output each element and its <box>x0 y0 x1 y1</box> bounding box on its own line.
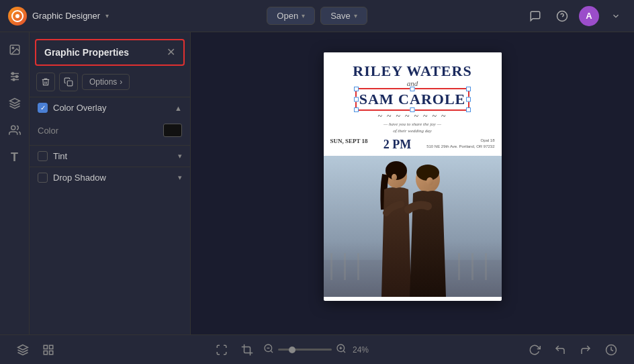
canvas-area: RILEY WATERS and SAM CAROLE <box>191 32 634 334</box>
tint-chevron: ▾ <box>178 152 182 161</box>
tint-label: Tint <box>53 151 67 161</box>
tint-checkbox[interactable] <box>38 151 48 161</box>
svg-rect-30 <box>44 345 47 349</box>
drop-shadow-checkbox[interactable] <box>38 173 48 183</box>
decorative-line: ~ ~ ~ ~ ~ ~ ~ ~ <box>333 111 492 122</box>
bottom-center: 24% <box>212 340 371 359</box>
history-bottom-icon[interactable] <box>602 340 621 359</box>
card-address: Opal 18 510 NE 29th Ave. Portland, OR 97… <box>426 138 494 150</box>
topbar-left: Graphic Designer ▾ <box>8 7 109 26</box>
zoom-track[interactable] <box>278 349 332 351</box>
svg-point-9 <box>11 73 13 75</box>
topbar-chevron-button[interactable] <box>606 6 626 26</box>
drop-shadow-header[interactable]: Drop Shadow ▾ <box>30 167 190 188</box>
tint-left: Tint <box>38 151 67 161</box>
color-overlay-header[interactable]: Color Overlay ▲ <box>30 97 190 118</box>
app-chevron[interactable]: ▾ <box>105 12 109 19</box>
tint-header[interactable]: Tint ▾ <box>30 146 190 167</box>
svg-point-27 <box>392 174 397 181</box>
svg-point-13 <box>11 126 15 130</box>
invite-text-line1: — have you to share the joy — <box>333 122 492 128</box>
app-name: Graphic Designer <box>32 11 100 21</box>
bottom-right <box>525 340 621 359</box>
bottom-left <box>13 340 58 359</box>
sidebar-item-image[interactable] <box>3 38 27 62</box>
sidebar-item-text[interactable]: T <box>3 145 27 169</box>
open-button[interactable]: Open ▾ <box>267 7 315 25</box>
panel-close-button[interactable]: ✕ <box>167 47 175 58</box>
chat-icon-button[interactable] <box>525 6 545 26</box>
svg-point-10 <box>15 76 17 78</box>
panel-toolbar: Options › <box>30 70 190 97</box>
app-logo <box>8 7 27 26</box>
color-overlay-body: Color <box>30 118 190 145</box>
panel-header: Graphic Properties ✕ <box>35 39 185 66</box>
save-button[interactable]: Save ▾ <box>320 7 367 25</box>
card-date: SUN, SEPT 18 <box>330 138 368 144</box>
iconbar: T <box>0 32 30 334</box>
svg-marker-12 <box>9 99 19 104</box>
topbar: Graphic Designer ▾ Open ▾ Save ▾ A <box>0 0 634 32</box>
zoom-percent: 24% <box>351 345 371 355</box>
svg-marker-29 <box>18 345 28 350</box>
color-label: Color <box>38 126 58 136</box>
duplicate-button[interactable] <box>59 73 78 91</box>
zoom-out-icon[interactable] <box>263 343 274 356</box>
svg-rect-31 <box>50 345 53 349</box>
invite-text-line2: of their wedding day <box>333 128 492 135</box>
main: T Graphic Properties ✕ Options <box>0 32 634 334</box>
svg-rect-14 <box>67 81 73 86</box>
delete-button[interactable] <box>36 73 55 91</box>
grid-bottom-icon[interactable] <box>39 340 58 359</box>
layers-bottom-icon[interactable] <box>13 340 32 359</box>
svg-rect-22 <box>485 253 487 280</box>
svg-rect-20 <box>458 253 460 280</box>
svg-rect-18 <box>344 253 346 280</box>
drop-shadow-left: Drop Shadow <box>38 173 106 183</box>
drop-shadow-label: Drop Shadow <box>53 173 106 183</box>
sidebar-item-people[interactable] <box>3 118 27 142</box>
card-name1: RILEY WATERS <box>333 63 492 79</box>
svg-point-5 <box>12 47 13 48</box>
bottom-toolbar: 24% <box>0 334 634 364</box>
zoom-in-icon[interactable] <box>336 343 347 356</box>
drop-shadow-section: Drop Shadow ▾ <box>30 167 190 188</box>
svg-rect-17 <box>330 253 332 280</box>
color-overlay-chevron: ▲ <box>175 104 182 112</box>
card-time: 2 PM <box>383 138 411 152</box>
undo-bottom-icon[interactable] <box>551 340 570 359</box>
svg-rect-19 <box>357 253 359 280</box>
card-top: RILEY WATERS and SAM CAROLE <box>324 52 502 135</box>
panel-title: Graphic Properties <box>44 47 129 58</box>
redo-bottom-icon[interactable] <box>576 340 595 359</box>
tint-section: Tint ▾ <box>30 145 190 167</box>
avatar[interactable]: A <box>579 6 599 26</box>
color-swatch[interactable] <box>163 124 182 137</box>
color-row: Color <box>38 122 182 138</box>
properties-panel: Graphic Properties ✕ Options › <box>30 32 191 334</box>
options-button[interactable]: Options › <box>82 74 130 90</box>
refresh-bottom-icon[interactable] <box>525 340 544 359</box>
crop-bottom-icon[interactable] <box>238 340 257 359</box>
card-details: SUN, SEPT 18 2 PM Opal 18 510 NE 29th Av… <box>324 135 502 156</box>
sidebar-item-layers[interactable] <box>3 91 27 116</box>
canvas-content: RILEY WATERS and SAM CAROLE <box>324 52 502 301</box>
zoom-thumb[interactable] <box>289 347 296 353</box>
design-card[interactable]: RILEY WATERS and SAM CAROLE <box>324 52 502 301</box>
card-photo <box>324 156 502 297</box>
help-icon-button[interactable] <box>552 6 572 26</box>
topbar-right: A <box>525 6 626 26</box>
color-overlay-checkbox[interactable] <box>38 103 48 113</box>
fullscreen-bottom-icon[interactable] <box>212 340 231 359</box>
svg-rect-32 <box>44 351 47 354</box>
svg-point-1 <box>15 14 19 18</box>
card-name2: SAM CAROLE <box>359 91 466 108</box>
topbar-center: Open ▾ Save ▾ <box>267 7 367 25</box>
svg-point-28 <box>426 177 433 185</box>
drop-shadow-chevron: ▾ <box>178 173 182 182</box>
svg-rect-21 <box>471 253 473 280</box>
sidebar-item-sliders[interactable] <box>3 64 27 89</box>
svg-point-11 <box>13 79 15 81</box>
color-overlay-left: Color Overlay <box>38 103 106 113</box>
card-date-area: SUN, SEPT 18 <box>330 138 368 144</box>
